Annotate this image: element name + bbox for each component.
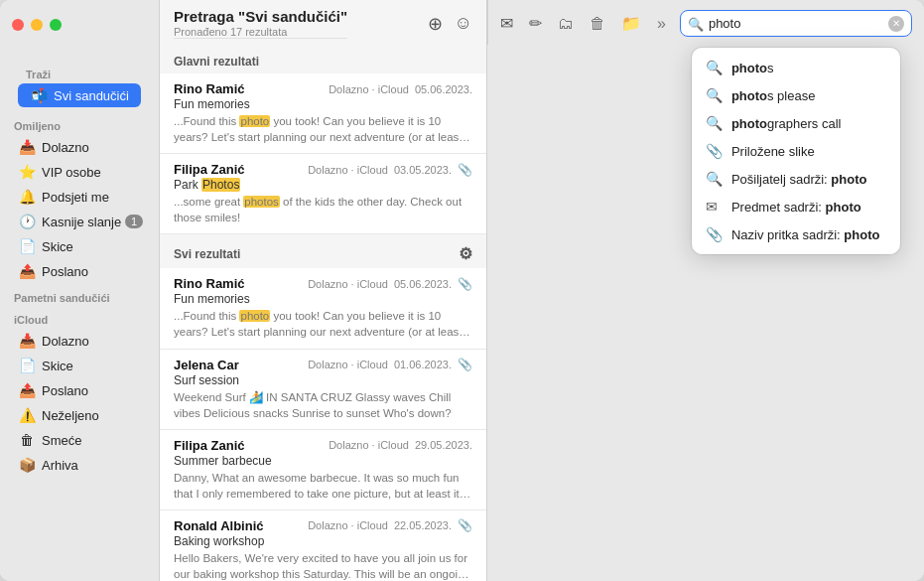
archive-icon[interactable]: 🗂 (558, 15, 574, 33)
search-title: Pretraga "Svi sandučići" (174, 8, 347, 25)
search-dropdown: 🔍 photos 🔍 photos please 🔍 photographers… (692, 48, 900, 254)
star-icon: ⭐ (18, 163, 36, 181)
dropdown-item-sender-contains[interactable]: 🔍 Pošiljatelj sadrži: photo (692, 165, 900, 193)
email-item-filipa-main[interactable]: Filipa Zanić Dolazno · iCloud 03.05.2023… (160, 154, 486, 234)
add-icon[interactable]: ⊕ (428, 13, 443, 35)
sidebar-smart-label: Pametni sandučići (0, 284, 159, 306)
search-magnifier-icon: 🔍 (688, 16, 704, 31)
trash-icon: 🗑 (18, 431, 36, 449)
junk-icon: ⚠️ (18, 406, 36, 424)
sidebar-item-drafts[interactable]: 📄 Skice (6, 234, 153, 258)
move-icon[interactable]: 📁 (621, 14, 641, 33)
search-icon: 🔍 (706, 115, 722, 131)
email-item-rino-all[interactable]: Rino Ramić Dolazno · iCloud 05.06.2023. … (160, 268, 486, 349)
icloud-drafts-icon: 📄 (18, 357, 36, 374)
remind-icon: 🔔 (18, 188, 36, 206)
sidebar-search: Traži 📬 Svi sandučići (0, 55, 159, 112)
sidebar-item-icloud-drafts[interactable]: 📄 Skice (6, 354, 153, 377)
archive-icon: 📦 (18, 456, 36, 474)
sidebar-item-all-mailboxes[interactable]: 📬 Svi sandučići (18, 83, 141, 107)
attachment-icon: 📎 (458, 358, 472, 371)
close-button[interactable] (12, 19, 24, 31)
dropdown-item-attachment-name[interactable]: 📎 Naziv pritka sadrži: photo (692, 220, 900, 248)
icloud-inbox-icon: 📥 (18, 332, 36, 350)
dropdown-item-photos-please[interactable]: 🔍 photos please (692, 81, 900, 109)
sidebar-item-icloud-sent[interactable]: 📤 Poslano (6, 378, 153, 402)
later-badge: 1 (125, 215, 143, 228)
sidebar-item-icloud-junk[interactable]: ⚠️ Neželjeno (6, 403, 153, 427)
compose-icon[interactable]: ☺ (455, 13, 472, 34)
email-item-ronald[interactable]: Ronald Albinić Dolazno · iCloud 22.05.20… (160, 510, 486, 581)
paperclip-icon: 📎 (706, 143, 722, 159)
more-icon[interactable]: » (657, 15, 666, 33)
sent-icon: 📤 (18, 262, 36, 280)
sidebar-item-icloud-trash[interactable]: 🗑 Smeće (6, 428, 153, 452)
mail-icon[interactable]: ✉ (500, 14, 513, 33)
drafts-icon: 📄 (18, 237, 36, 255)
result-count: Pronađeno 17 rezultata (174, 26, 347, 38)
icloud-sent-icon: 📤 (18, 381, 36, 399)
all-mailboxes-icon: 📬 (30, 86, 48, 104)
email-item-filipa-barbecue[interactable]: Filipa Zanić Dolazno · iCloud 29.05.2023… (160, 430, 486, 510)
maximize-button[interactable] (50, 19, 62, 31)
sidebar-item-dolazno[interactable]: 📥 Dolazno (6, 135, 153, 159)
all-mailboxes-label: Svi sandučići (54, 88, 131, 103)
filter-icon[interactable]: ⚙ (459, 244, 472, 263)
dropdown-item-attached-images[interactable]: 📎 Priložene slike (692, 137, 900, 165)
search-icon: 🔍 (706, 87, 722, 103)
dropdown-item-photographers[interactable]: 🔍 photographers call (692, 109, 900, 137)
envelope-icon: ✉ (706, 199, 722, 215)
sidebar-icloud-label: iCloud (0, 306, 159, 328)
sidebar-item-remind[interactable]: 🔔 Podsjeti me (6, 185, 153, 209)
attachment-icon: 📎 (458, 518, 472, 532)
sidebar: Traži 📬 Svi sandučići Omiljeno 📥 Dolazno… (0, 45, 159, 581)
inbox-icon: 📥 (18, 138, 36, 156)
sidebar-search-label: Traži (12, 61, 147, 82)
sidebar-item-icloud-dolazno[interactable]: 📥 Dolazno (6, 329, 153, 353)
email-item-rino-main[interactable]: Rino Ramić Dolazno · iCloud 05.06.2023. … (160, 73, 486, 154)
search-icon: 🔍 (706, 60, 722, 75)
email-list: Glavni rezultati Rino Ramić Dolazno · iC… (160, 45, 486, 581)
sidebar-item-sent[interactable]: 📤 Poslano (6, 259, 153, 283)
sidebar-item-later[interactable]: 🕐 Kasnije slanje 1 (6, 210, 153, 233)
email-item-jelena[interactable]: Jelena Car Dolazno · iCloud 01.06.2023. … (160, 350, 486, 430)
minimize-button[interactable] (31, 19, 43, 31)
sidebar-item-vip[interactable]: ⭐ VIP osobe (6, 160, 153, 184)
trash-icon[interactable]: 🗑 (590, 15, 605, 33)
sidebar-item-icloud-archive[interactable]: 📦 Arhiva (6, 453, 153, 477)
section-main-results: Glavni rezultati (160, 45, 486, 73)
main-title: Pretraga "Svi sandučići" Pronađeno 17 re… (174, 8, 347, 39)
compose-icon[interactable]: ✏ (529, 14, 542, 33)
paperclip-icon: 📎 (706, 226, 722, 242)
attachment-icon: 📎 (458, 277, 472, 291)
dropdown-item-photos[interactable]: 🔍 photos (692, 54, 900, 81)
search-icon: 🔍 (706, 171, 722, 187)
section-all-results: Svi rezultati ⚙ (160, 234, 486, 268)
search-input[interactable] (680, 10, 912, 37)
attachment-icon: 📎 (458, 163, 472, 177)
dropdown-item-subject-contains[interactable]: ✉ Predmet sadrži: photo (692, 193, 900, 220)
sidebar-favorites-label: Omiljeno (0, 112, 159, 134)
email-list-panel: Glavni rezultati Rino Ramić Dolazno · iC… (159, 45, 487, 581)
later-icon: 🕐 (18, 213, 36, 230)
search-clear-button[interactable]: ✕ (888, 16, 904, 32)
